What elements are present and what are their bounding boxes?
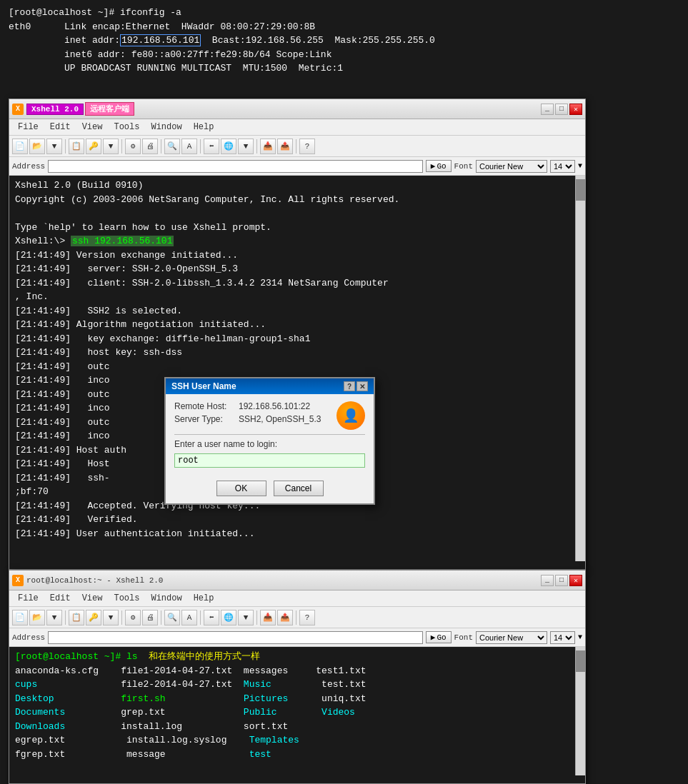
menu2-view[interactable]: View bbox=[76, 592, 109, 605]
maximize-button[interactable]: □ bbox=[555, 104, 568, 115]
t2-line6: Downloads install.log sort.txt bbox=[15, 720, 562, 734]
tb-open[interactable]: 📂 bbox=[29, 139, 45, 154]
terminal-content-2: [root@localhost ~]# ls 和在终端中的使用方式一样 anac… bbox=[9, 647, 575, 775]
tb2-btn6[interactable]: 🔍 bbox=[164, 610, 180, 625]
scrollbar-2[interactable] bbox=[575, 647, 585, 775]
top-line-1: [root@localhost ~]# ifconfig -a bbox=[9, 6, 679, 20]
close-button[interactable]: ✕ bbox=[569, 104, 582, 115]
t1-line9: [21:41:49] SSH2 is selected. bbox=[15, 304, 562, 318]
tb2-btn3[interactable]: 🔑 bbox=[86, 610, 101, 625]
font-size-select[interactable]: 14 bbox=[550, 160, 575, 173]
tb-btn10[interactable]: 📥 bbox=[260, 139, 276, 154]
tb2-btn8[interactable]: ⬅ bbox=[204, 610, 219, 625]
menubar-1: File Edit View Tools Window Help bbox=[9, 119, 585, 136]
tb-btn9[interactable]: 🌐 bbox=[221, 139, 236, 154]
t1-line12: [21:41:49] host key: ssh-dss bbox=[15, 346, 562, 360]
scrollbar-thumb-1[interactable] bbox=[576, 179, 585, 201]
window-controls-2[interactable]: _ □ ✕ bbox=[541, 575, 582, 586]
menu2-window[interactable]: Window bbox=[145, 592, 187, 605]
menu-tools[interactable]: Tools bbox=[108, 121, 145, 134]
minimize-button[interactable]: _ bbox=[541, 104, 554, 115]
menu-help[interactable]: Help bbox=[188, 121, 220, 134]
t1-line1: Xshell 2.0 (Build 0910) bbox=[15, 179, 562, 193]
tb-dropdown2[interactable]: ▼ bbox=[103, 139, 119, 154]
cancel-button[interactable]: Cancel bbox=[274, 481, 324, 496]
tb-btn8[interactable]: ⬅ bbox=[204, 139, 219, 154]
go-button[interactable]: ▶ Go bbox=[426, 160, 452, 172]
remote-label: 远程客户端 bbox=[85, 102, 134, 116]
tb2-btn7[interactable]: A bbox=[181, 610, 197, 625]
menu-window[interactable]: Window bbox=[145, 121, 187, 134]
tb-btn4[interactable]: ⚙ bbox=[125, 139, 141, 154]
server-type-row: Server Type: SSH2, OpenSSH_5.3 bbox=[174, 414, 331, 424]
tb2-btn11[interactable]: 📤 bbox=[277, 610, 293, 625]
t1-line24: [21:41:49] Verified. bbox=[15, 513, 562, 527]
app-icon: X bbox=[12, 104, 24, 115]
dialog-prompt: Enter a user name to login: bbox=[174, 439, 365, 449]
tb-btn6[interactable]: 🔍 bbox=[164, 139, 180, 154]
scrollbar-1[interactable] bbox=[575, 176, 585, 561]
menu2-tools[interactable]: Tools bbox=[108, 592, 145, 605]
username-input[interactable] bbox=[174, 453, 365, 468]
ok-button[interactable]: OK bbox=[216, 481, 266, 496]
tb-sep6 bbox=[296, 139, 296, 154]
go-arrow-icon-2: ▶ bbox=[431, 633, 436, 642]
tb2-btn10[interactable]: 📥 bbox=[260, 610, 276, 625]
tb-btn7[interactable]: A bbox=[181, 139, 197, 154]
address-input-2[interactable] bbox=[48, 631, 423, 644]
maximize-button-2[interactable]: □ bbox=[555, 575, 568, 586]
tb-btn2[interactable]: 📋 bbox=[69, 139, 84, 154]
titlebar-1[interactable]: X Xshell 2.0 远程客户端 _ □ ✕ bbox=[9, 99, 585, 119]
dialog-help-button[interactable]: ? bbox=[344, 381, 355, 391]
tb2-open[interactable]: 📂 bbox=[29, 610, 45, 625]
close-button-2[interactable]: ✕ bbox=[569, 575, 582, 586]
font-label: Font bbox=[454, 162, 473, 171]
dialog-title: SSH User Name bbox=[171, 381, 236, 391]
menu-file[interactable]: File bbox=[12, 121, 44, 134]
tb2-btn2[interactable]: 📋 bbox=[69, 610, 84, 625]
menu2-help[interactable]: Help bbox=[188, 592, 220, 605]
tb2-btn5[interactable]: 🖨 bbox=[142, 610, 158, 625]
dialog-titlebar[interactable]: SSH User Name ? ✕ bbox=[166, 378, 374, 394]
menu2-file[interactable]: File bbox=[12, 592, 44, 605]
tb-sep5 bbox=[256, 139, 257, 154]
menu-view[interactable]: View bbox=[76, 121, 109, 134]
menubar-2: File Edit View Tools Window Help bbox=[9, 590, 585, 607]
tb-new[interactable]: 📄 bbox=[12, 139, 28, 154]
tb2-btn9[interactable]: 🌐 bbox=[221, 610, 236, 625]
scrollbar-thumb-2[interactable] bbox=[576, 650, 585, 672]
tb2-dropdown1[interactable]: ▼ bbox=[46, 610, 62, 625]
t1-blank bbox=[15, 206, 562, 221]
tb-btn5[interactable]: 🖨 bbox=[142, 139, 158, 154]
toolbar-1: 📄 📂 ▼ 📋 🔑 ▼ ⚙ 🖨 🔍 A ⬅ 🌐 ▼ 📥 📤 ? bbox=[9, 136, 585, 157]
font-size-select-2[interactable]: 14 bbox=[550, 631, 575, 644]
go-button-2[interactable]: ▶ Go bbox=[426, 631, 452, 643]
t2-line8: fgrep.txt message test bbox=[15, 748, 562, 762]
tb-dropdown1[interactable]: ▼ bbox=[46, 139, 62, 154]
tb-btn11[interactable]: 📤 bbox=[277, 139, 293, 154]
remote-host-row: Remote Host: 192.168.56.101:22 bbox=[174, 401, 331, 411]
tb2-help[interactable]: ? bbox=[299, 610, 315, 625]
font-select-2[interactable]: Courier New bbox=[476, 631, 547, 644]
tb-dropdown3[interactable]: ▼ bbox=[238, 139, 254, 154]
dialog-footer: OK Cancel bbox=[166, 475, 374, 503]
address-input[interactable] bbox=[48, 160, 423, 173]
menu2-edit[interactable]: Edit bbox=[44, 592, 76, 605]
window-controls[interactable]: _ □ ✕ bbox=[541, 104, 582, 115]
app-name-label: Xshell 2.0 bbox=[26, 104, 84, 115]
font-select[interactable]: Courier New bbox=[476, 160, 547, 173]
dialog-close-button[interactable]: ✕ bbox=[357, 381, 368, 391]
tb2-new[interactable]: 📄 bbox=[12, 610, 28, 625]
tb2-dropdown2[interactable]: ▼ bbox=[103, 610, 119, 625]
tb2-btn4[interactable]: ⚙ bbox=[125, 610, 141, 625]
dialog-controls[interactable]: ? ✕ bbox=[344, 381, 368, 391]
menu-edit[interactable]: Edit bbox=[44, 121, 76, 134]
server-type-label: Server Type: bbox=[174, 414, 239, 424]
t1-line13: [21:41:49] outc bbox=[15, 360, 562, 374]
tb-help[interactable]: ? bbox=[299, 139, 315, 154]
titlebar-2[interactable]: X root@localhost:~ - Xshell 2.0 _ □ ✕ bbox=[9, 571, 585, 590]
tb-btn3[interactable]: 🔑 bbox=[86, 139, 101, 154]
tb2-dropdown3[interactable]: ▼ bbox=[238, 610, 254, 625]
minimize-button-2[interactable]: _ bbox=[541, 575, 554, 586]
tb2-sep4 bbox=[200, 610, 201, 625]
